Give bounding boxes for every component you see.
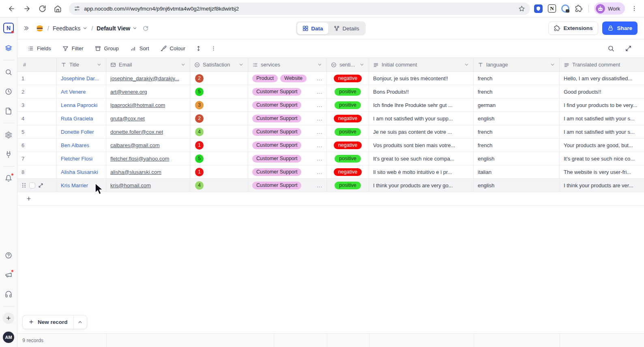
services-cell[interactable]: Customer Support ... bbox=[248, 165, 327, 178]
expand-record-icon[interactable] bbox=[38, 183, 43, 188]
privacy-extension-icon[interactable] bbox=[561, 4, 570, 13]
view-reload-icon[interactable] bbox=[143, 26, 148, 31]
column-header[interactable]: Translated comment bbox=[560, 58, 644, 71]
column-menu-chevron[interactable] bbox=[317, 62, 322, 67]
notion-extension-icon[interactable]: N bbox=[547, 4, 556, 13]
initial-comment-cell[interactable]: Bonjour, je suis très mécontent!! bbox=[369, 72, 474, 85]
services-cell[interactable]: Customer Support ... bbox=[248, 85, 327, 98]
sidebar-recent-icon[interactable] bbox=[2, 86, 15, 98]
translated-comment-cell[interactable]: I find your products to be very... bbox=[560, 99, 644, 111]
column-menu-chevron[interactable] bbox=[97, 62, 102, 67]
sentiment-cell[interactable]: positive bbox=[327, 85, 369, 98]
table-row[interactable]: 9 Kris Marrier kris@homail.com 4 Custome… bbox=[17, 179, 644, 192]
browser-menu-icon[interactable] bbox=[629, 5, 639, 12]
title-cell[interactable]: Donette Foller bbox=[57, 125, 106, 138]
table-row[interactable]: 3 Lenna Paprocki lpaprocki@hotmail.com 3… bbox=[17, 99, 644, 112]
row-height-button[interactable] bbox=[192, 43, 205, 54]
language-cell[interactable]: italian bbox=[474, 165, 560, 178]
sentiment-cell[interactable]: negative bbox=[327, 139, 369, 152]
record-title-link[interactable]: Alisha Slusarski bbox=[61, 169, 98, 175]
initial-comment-cell[interactable]: Ich finde Ihre Produkte sehr gut ... bbox=[369, 99, 474, 111]
initial-comment-cell[interactable]: Il sito web è molto intuitivo e i pr... bbox=[369, 165, 474, 178]
email-cell[interactable]: donette.foller@cox.net bbox=[106, 125, 190, 138]
satisfaction-cell[interactable]: 5 bbox=[190, 152, 248, 165]
browser-reload-icon[interactable] bbox=[35, 2, 49, 15]
email-link[interactable]: alisha@slusarski.com bbox=[110, 169, 161, 175]
sentiment-cell[interactable]: positive bbox=[327, 179, 369, 192]
title-cell[interactable]: Fletcher Flosi bbox=[57, 152, 106, 165]
language-cell[interactable]: german bbox=[474, 99, 560, 111]
column-header[interactable]: # bbox=[17, 58, 57, 71]
initial-comment-cell[interactable]: I am not satisfied with your supp... bbox=[369, 112, 474, 125]
sentiment-cell[interactable]: negative bbox=[327, 112, 369, 125]
new-record-options-chevron[interactable] bbox=[73, 315, 87, 329]
language-cell[interactable]: english bbox=[474, 152, 560, 165]
browser-home-icon[interactable] bbox=[50, 2, 65, 15]
sentiment-cell[interactable]: positive bbox=[327, 152, 369, 165]
add-record-row[interactable] bbox=[17, 192, 644, 206]
services-cell[interactable]: ProductWebsite ... bbox=[248, 72, 327, 85]
record-title-link[interactable]: Art Venere bbox=[61, 89, 86, 95]
sidebar-create-new-button[interactable] bbox=[2, 312, 15, 324]
expand-view-icon[interactable] bbox=[625, 45, 632, 52]
translated-comment-cell[interactable]: It's great to see such nice co... bbox=[560, 152, 644, 165]
drag-handle-icon[interactable] bbox=[21, 182, 26, 188]
record-title-link[interactable]: Ben Albares bbox=[61, 142, 89, 148]
satisfaction-cell[interactable]: 3 bbox=[190, 99, 248, 111]
sidebar-whats-new-megaphone-icon[interactable] bbox=[2, 269, 15, 281]
column-header[interactable]: senti... bbox=[327, 58, 369, 71]
initial-comment-cell[interactable]: It's great to see such nice compa... bbox=[369, 152, 474, 165]
record-title-link[interactable]: Fletcher Flosi bbox=[61, 156, 92, 162]
email-link[interactable]: fletcher.flosi@yahoo.com bbox=[110, 156, 169, 162]
sidebar-settings-gear-icon[interactable] bbox=[2, 129, 15, 141]
sidebar-notifications-bell-icon[interactable] bbox=[2, 172, 15, 184]
fields-button[interactable]: Fields bbox=[23, 43, 56, 54]
column-header[interactable]: Email bbox=[106, 58, 190, 71]
browser-profile-chip[interactable]: Work bbox=[594, 2, 625, 15]
email-cell[interactable]: fletcher.flosi@yahoo.com bbox=[106, 152, 190, 165]
email-cell[interactable]: josephine_darakjy@darakjy... bbox=[106, 72, 190, 85]
sidebar-docs-icon[interactable] bbox=[2, 105, 15, 117]
tab-data[interactable]: Data bbox=[297, 22, 328, 34]
sidebar-help-icon[interactable] bbox=[2, 249, 15, 261]
email-link[interactable]: donette.foller@cox.net bbox=[110, 129, 163, 135]
translated-comment-cell[interactable]: I think your products are ver... bbox=[560, 179, 644, 192]
table-row[interactable]: 6 Ben Albares calbares@gmail.com 1 Custo… bbox=[17, 139, 644, 152]
email-link[interactable]: lpaprocki@hotmail.com bbox=[110, 102, 165, 108]
title-cell[interactable]: Lenna Paprocki bbox=[57, 99, 106, 111]
services-cell[interactable]: Customer Support ... bbox=[248, 99, 327, 111]
tab-details[interactable]: Details bbox=[328, 22, 365, 34]
record-title-link[interactable]: Lenna Paprocki bbox=[61, 102, 97, 108]
column-menu-chevron[interactable] bbox=[359, 62, 365, 67]
table-row[interactable]: 1 Josephine Dar... josephine_darakjy@dar… bbox=[17, 72, 644, 85]
column-header[interactable]: Satisfaction bbox=[190, 58, 248, 71]
satisfaction-cell[interactable]: 1 bbox=[190, 139, 248, 152]
sentiment-cell[interactable]: negative bbox=[327, 165, 369, 178]
satisfaction-cell[interactable]: 5 bbox=[190, 85, 248, 98]
table-row[interactable]: 2 Art Venere art@venere.org 5 Customer S… bbox=[17, 85, 644, 99]
language-cell[interactable]: english bbox=[474, 179, 560, 192]
language-cell[interactable]: english bbox=[474, 112, 560, 125]
email-link[interactable]: kris@homail.com bbox=[110, 182, 151, 188]
share-button[interactable]: Share bbox=[602, 21, 638, 35]
email-cell[interactable]: kris@homail.com bbox=[106, 179, 190, 192]
translated-comment-cell[interactable]: I am not satisfied with your s... bbox=[560, 125, 644, 138]
translated-comment-cell[interactable]: Good products!! bbox=[560, 85, 644, 98]
record-title-link[interactable]: Kris Marrier bbox=[61, 182, 88, 188]
language-cell[interactable]: french bbox=[474, 125, 560, 138]
filter-button[interactable]: Filter bbox=[58, 43, 88, 54]
translated-comment-cell[interactable]: The website is very user-fri... bbox=[560, 165, 644, 178]
nocodb-logo[interactable]: N bbox=[2, 22, 15, 34]
satisfaction-cell[interactable]: 4 bbox=[190, 125, 248, 138]
table-row[interactable]: 4 Ruta Graciela gruta@cox.net 2 Customer… bbox=[17, 112, 644, 125]
email-link[interactable]: art@venere.org bbox=[110, 89, 147, 95]
column-header[interactable]: language bbox=[474, 58, 560, 71]
satisfaction-cell[interactable]: 1 bbox=[190, 165, 248, 178]
column-header[interactable]: Title bbox=[57, 58, 106, 71]
sidebar-integrations-plug-icon[interactable] bbox=[2, 148, 15, 161]
browser-forward-icon[interactable] bbox=[19, 2, 34, 15]
email-cell[interactable]: alisha@slusarski.com bbox=[106, 165, 190, 178]
breadcrumb-view[interactable]: Default View bbox=[97, 25, 137, 32]
satisfaction-cell[interactable]: 2 bbox=[190, 112, 248, 125]
record-title-link[interactable]: Ruta Graciela bbox=[61, 116, 93, 122]
